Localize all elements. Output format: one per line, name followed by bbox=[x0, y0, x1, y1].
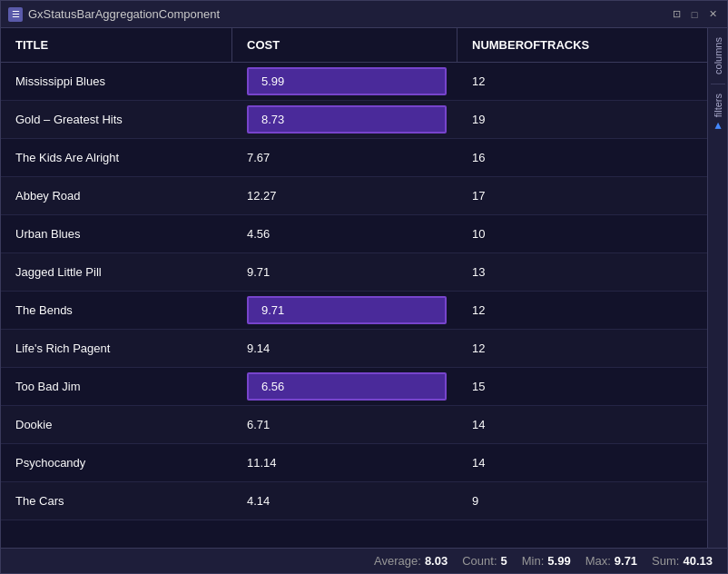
row-cost: 9.14 bbox=[232, 341, 457, 355]
filter-icon: ▼ bbox=[712, 120, 724, 133]
max-item: Max: 9.71 bbox=[585, 554, 637, 568]
row-title: Abbey Road bbox=[1, 189, 232, 203]
row-title: The Kids Are Alright bbox=[1, 151, 232, 164]
table-row[interactable]: Mississippi Blues5.9912 bbox=[1, 63, 707, 101]
row-cost: 9.71 bbox=[232, 296, 457, 324]
row-cost: 4.56 bbox=[232, 227, 457, 241]
title-bar: ☰ GxStatusBarAggregationComponent ⊡ □ ✕ bbox=[1, 1, 727, 28]
row-title: Life's Rich Pagent bbox=[1, 341, 232, 355]
row-tracks: 12 bbox=[457, 74, 707, 88]
columns-button[interactable]: columns bbox=[711, 32, 725, 80]
min-value: 5.99 bbox=[547, 554, 570, 568]
table-body[interactable]: Mississippi Blues5.9912Gold – Greatest H… bbox=[1, 63, 707, 548]
max-value: 9.71 bbox=[615, 554, 637, 568]
table-container: TITLE COST NUMBEROFTRACKS Mississippi Bl… bbox=[1, 28, 707, 548]
header-title[interactable]: TITLE bbox=[1, 28, 232, 62]
table-row[interactable]: Too Bad Jim6.5615 bbox=[1, 368, 707, 406]
maximize-button[interactable]: □ bbox=[687, 7, 702, 22]
close-button[interactable]: ✕ bbox=[705, 7, 720, 22]
row-cost: 7.67 bbox=[232, 151, 457, 164]
row-tracks: 9 bbox=[457, 494, 707, 508]
content-area: TITLE COST NUMBEROFTRACKS Mississippi Bl… bbox=[1, 28, 727, 548]
average-value: 8.03 bbox=[425, 554, 448, 568]
sum-value: 40.13 bbox=[683, 554, 713, 568]
row-tracks: 13 bbox=[457, 265, 707, 279]
sidebar-divider bbox=[711, 84, 725, 84]
status-bar: Average: 8.03 Count: 5 Min: 5.99 Max: 9.… bbox=[1, 548, 727, 573]
row-title: The Cars bbox=[1, 494, 232, 508]
table-row[interactable]: The Cars4.149 bbox=[1, 482, 707, 520]
min-item: Min: 5.99 bbox=[522, 554, 571, 568]
row-cost: 12.27 bbox=[232, 189, 457, 203]
row-tracks: 15 bbox=[457, 380, 707, 393]
row-tracks: 12 bbox=[457, 341, 707, 355]
table-row[interactable]: Abbey Road12.2717 bbox=[1, 177, 707, 215]
row-title: Jagged Little Pill bbox=[1, 265, 232, 279]
row-title: Mississippi Blues bbox=[1, 74, 232, 88]
min-label: Min: bbox=[522, 554, 545, 568]
row-tracks: 16 bbox=[457, 151, 707, 164]
sidebar: columns ▼ filters bbox=[707, 28, 727, 548]
table-row[interactable]: The Kids Are Alright7.6716 bbox=[1, 139, 707, 177]
filters-label: filters bbox=[713, 94, 723, 117]
table-row[interactable]: Psychocandy11.1414 bbox=[1, 444, 707, 482]
header-cost[interactable]: COST bbox=[232, 28, 457, 62]
row-tracks: 14 bbox=[457, 456, 707, 470]
restore-button[interactable]: ⊡ bbox=[669, 7, 684, 22]
row-title: Gold – Greatest Hits bbox=[1, 113, 232, 126]
window-controls: ⊡ □ ✕ bbox=[669, 7, 720, 22]
row-title: Too Bad Jim bbox=[1, 380, 232, 393]
table-row[interactable]: Life's Rich Pagent9.1412 bbox=[1, 330, 707, 368]
row-cost: 8.73 bbox=[232, 105, 457, 134]
row-title: The Bends bbox=[1, 303, 232, 317]
window-title: GxStatusBarAggregationComponent bbox=[28, 7, 220, 21]
sum-item: Sum: 40.13 bbox=[652, 554, 713, 568]
row-cost: 6.56 bbox=[232, 372, 457, 401]
columns-label: columns bbox=[713, 37, 723, 74]
table-header: TITLE COST NUMBEROFTRACKS bbox=[1, 28, 707, 63]
row-tracks: 12 bbox=[457, 303, 707, 317]
table-row[interactable]: Gold – Greatest Hits8.7319 bbox=[1, 101, 707, 139]
max-label: Max: bbox=[585, 554, 611, 568]
average-label: Average: bbox=[374, 554, 421, 568]
row-title: Urban Blues bbox=[1, 227, 232, 241]
row-tracks: 19 bbox=[457, 113, 707, 126]
average-item: Average: 8.03 bbox=[374, 554, 448, 568]
row-cost: 9.71 bbox=[232, 265, 457, 279]
main-window: ☰ GxStatusBarAggregationComponent ⊡ □ ✕ … bbox=[0, 0, 728, 574]
row-cost: 5.99 bbox=[232, 67, 457, 95]
table-row[interactable]: The Bends9.7112 bbox=[1, 292, 707, 330]
row-title: Psychocandy bbox=[1, 456, 232, 470]
row-title: Dookie bbox=[1, 418, 232, 431]
row-tracks: 14 bbox=[457, 418, 707, 431]
table-row[interactable]: Urban Blues4.5610 bbox=[1, 215, 707, 253]
title-bar-left: ☰ GxStatusBarAggregationComponent bbox=[8, 7, 220, 22]
count-value: 5 bbox=[501, 554, 507, 568]
row-tracks: 17 bbox=[457, 189, 707, 203]
header-tracks[interactable]: NUMBEROFTRACKS bbox=[457, 28, 707, 62]
row-tracks: 10 bbox=[457, 227, 707, 241]
table-row[interactable]: Dookie6.7114 bbox=[1, 406, 707, 444]
count-item: Count: 5 bbox=[462, 554, 507, 568]
row-cost: 11.14 bbox=[232, 456, 457, 470]
row-cost: 4.14 bbox=[232, 494, 457, 508]
filters-button[interactable]: ▼ filters bbox=[710, 88, 726, 138]
sum-label: Sum: bbox=[652, 554, 679, 568]
app-icon: ☰ bbox=[8, 7, 23, 22]
count-label: Count: bbox=[462, 554, 497, 568]
table-row[interactable]: Jagged Little Pill9.7113 bbox=[1, 253, 707, 292]
row-cost: 6.71 bbox=[232, 418, 457, 431]
